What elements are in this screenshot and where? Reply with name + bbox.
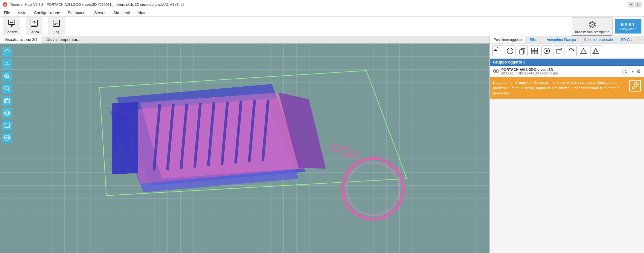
ot-undo[interactable] (492, 45, 503, 56)
connetti-label: Connetti (5, 30, 17, 34)
toolbar-separator-1 (23, 20, 23, 33)
canvas-3d (0, 44, 489, 253)
svg-point-83 (495, 70, 497, 72)
tab-posizione[interactable]: Posizione oggetto (490, 36, 526, 44)
group-header: Gruppo oggetto 3 (490, 59, 644, 66)
eye-visibility-icon[interactable] (493, 69, 499, 74)
carica-icon (30, 19, 39, 30)
toolbar: Connetti Carica Log ⚙ Impostazi (0, 17, 644, 36)
right-tabs: Posizione oggetto Slicer Anteprima Stamp… (490, 36, 644, 44)
object-name-sub: #230061_makers skills 3D secondo gra... (501, 72, 620, 75)
ot-center[interactable] (541, 45, 552, 56)
svg-line-15 (8, 77, 10, 79)
object-name-container: PORTACHIAVI LODO vivedo3D #230061_makers… (501, 68, 620, 75)
ot-triangle[interactable] (578, 45, 589, 56)
title-bar: R Repetier-Host V2.3.2 - PORTACHIAVI LOD… (0, 0, 644, 9)
menu-file[interactable]: File (3, 10, 11, 16)
svg-marker-44 (140, 92, 299, 179)
title-text: Repetier-Host V2.3.2 - PORTACHIAVI LODO … (10, 3, 625, 6)
easy-mode-label: Easy Mode (620, 27, 636, 31)
log-button[interactable]: Log (48, 17, 65, 35)
svg-rect-4 (10, 22, 13, 23)
connetti-button[interactable]: Connetti (3, 17, 20, 35)
tab-temp[interactable]: Curva Temperatura (42, 36, 84, 43)
carica-button[interactable]: Carica (26, 17, 43, 35)
object-count-arrow[interactable]: ▾ (632, 69, 634, 74)
tool-view3[interactable] (2, 120, 12, 131)
svg-text:R: R (4, 3, 6, 6)
object-3d-svg (0, 44, 489, 253)
easy-label: EASY (620, 22, 636, 27)
toolbar-separator-2 (45, 20, 45, 33)
tab-sd[interactable]: SD Card (617, 36, 639, 43)
left-tools (2, 47, 12, 143)
warning-text: L'oggetto non e' manifold. Essenzialment… (493, 80, 627, 96)
warning-repair-icon[interactable] (629, 80, 641, 92)
ot-rotate-tool[interactable] (566, 45, 577, 56)
tool-rotate[interactable] (2, 47, 12, 57)
svg-point-56 (330, 146, 342, 151)
menu-stampante[interactable]: Stampante (67, 10, 88, 16)
log-icon (52, 19, 61, 30)
ot-copy[interactable] (517, 45, 528, 56)
svg-point-71 (546, 50, 548, 52)
svg-point-58 (347, 152, 358, 157)
svg-line-19 (8, 89, 10, 91)
maximize-btn[interactable]: □ (635, 2, 641, 7)
settings-button[interactable]: ⚙ Impostazioni stampante (572, 17, 612, 36)
svg-marker-22 (5, 98, 10, 100)
menu-aiuto[interactable]: Aiuto (136, 10, 147, 16)
main-layout: Visualizzazione 3D Curva Temperatura (0, 36, 644, 253)
svg-marker-79 (593, 48, 599, 54)
svg-rect-76 (557, 49, 560, 53)
tool-move[interactable] (2, 59, 12, 69)
svg-rect-67 (535, 48, 537, 51)
svg-rect-65 (520, 50, 524, 54)
object-settings-icon[interactable]: ⚙ (636, 68, 641, 74)
svg-point-59 (343, 158, 403, 219)
carica-label: Carica (30, 30, 39, 34)
object-list-item: PORTACHIAVI LODO vivedo3D #230061_makers… (490, 66, 644, 77)
svg-marker-78 (581, 48, 586, 54)
svg-line-77 (560, 48, 562, 50)
svg-point-3 (11, 25, 13, 27)
toolbar-right: ⚙ Impostazioni stampante EASY Easy Mode (572, 17, 641, 36)
tool-view2[interactable] (2, 108, 12, 118)
log-label: Log (54, 30, 59, 34)
tab-anteprima[interactable]: Anteprima Stampa (543, 36, 580, 43)
tab-controllo[interactable]: Controllo manuale (580, 36, 617, 43)
menu-server[interactable]: Server (93, 10, 107, 16)
settings-gear-icon: ⚙ (588, 19, 597, 30)
menu-vista[interactable]: Vista (16, 10, 27, 16)
viewport-area: Visualizzazione 3D Curva Temperatura (0, 36, 489, 253)
connetti-icon (7, 19, 16, 30)
object-count: 1 (622, 69, 629, 74)
ot-grid[interactable] (529, 45, 540, 56)
warning-box: L'oggetto non e' manifold. Essenzialment… (490, 77, 644, 99)
tab-slicer[interactable]: Slicer (526, 36, 543, 43)
app-icon: R (3, 2, 8, 7)
tool-zoom-out[interactable] (2, 83, 12, 94)
svg-rect-43 (112, 102, 138, 174)
window-controls: − □ (628, 2, 641, 7)
viewport-content[interactable] (0, 44, 489, 253)
svg-rect-68 (532, 51, 534, 54)
ot-add[interactable] (505, 45, 516, 56)
menu-configurazione[interactable]: Configurazione (33, 10, 62, 16)
tool-zoom-in[interactable] (2, 71, 12, 82)
right-panel: Posizione oggetto Slicer Anteprima Stamp… (489, 36, 644, 253)
svg-point-60 (347, 162, 400, 215)
svg-rect-66 (532, 48, 534, 51)
settings-label: Impostazioni stampante (575, 30, 609, 34)
svg-rect-69 (535, 51, 537, 54)
ot-triangle2[interactable] (590, 45, 601, 56)
menu-strumenti[interactable]: Strumenti (112, 10, 131, 16)
minimize-btn[interactable]: − (628, 2, 634, 7)
ot-resize[interactable] (554, 45, 564, 56)
easy-mode-button[interactable]: EASY Easy Mode (615, 19, 641, 34)
svg-marker-23 (5, 100, 5, 103)
object-tools (490, 44, 644, 59)
tool-view4[interactable] (2, 132, 12, 143)
tab-3d[interactable]: Visualizzazione 3D (0, 36, 42, 44)
tool-view1[interactable] (2, 96, 12, 106)
